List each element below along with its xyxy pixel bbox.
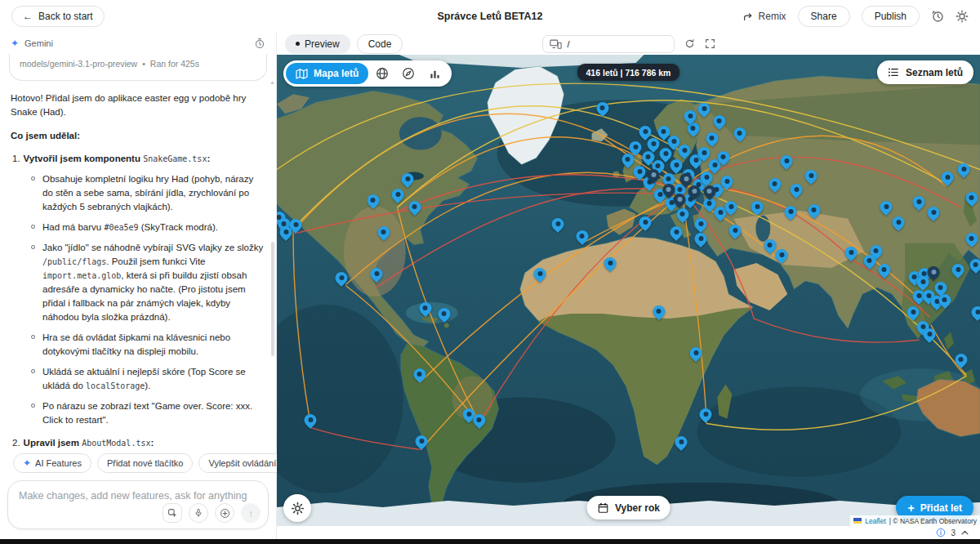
airport-pin[interactable]: [733, 127, 746, 140]
airport-pin[interactable]: [776, 249, 788, 261]
select-element-button[interactable]: [163, 503, 182, 523]
airport-pin[interactable]: [969, 259, 980, 271]
airport-pin[interactable]: [863, 255, 875, 267]
airport-pin[interactable]: [680, 173, 693, 185]
map-settings-button[interactable]: [283, 494, 311, 522]
settings-gear-icon[interactable]: [956, 10, 969, 23]
airport-pin[interactable]: [808, 204, 820, 216]
airport-pin[interactable]: [660, 148, 672, 160]
airport-pin[interactable]: [576, 230, 588, 243]
airport-pin[interactable]: [336, 272, 348, 284]
compass-button[interactable]: [396, 63, 421, 84]
airport-pin[interactable]: [413, 368, 425, 381]
airport-pin[interactable]: [729, 225, 742, 237]
airport-pin[interactable]: [371, 268, 383, 280]
airport-pin[interactable]: [952, 264, 964, 276]
airport-pin[interactable]: [408, 201, 421, 213]
airport-pin[interactable]: [367, 194, 379, 207]
airport-pin[interactable]: [280, 226, 292, 239]
airport-pin[interactable]: [721, 176, 733, 188]
airport-pin[interactable]: [675, 436, 688, 448]
airport-pin[interactable]: [662, 184, 675, 196]
airport-pin[interactable]: [706, 132, 718, 145]
airport-pin[interactable]: [621, 154, 634, 166]
airport-pin[interactable]: [377, 226, 390, 239]
globe-view-button[interactable]: [370, 63, 394, 84]
suggestion-chip-1[interactable]: Přidat nové tlačítko: [97, 453, 194, 473]
airport-pin[interactable]: [392, 189, 404, 201]
airport-pin[interactable]: [781, 155, 793, 167]
airport-pin[interactable]: [942, 172, 954, 184]
leaflet-link[interactable]: Leaflet: [865, 517, 886, 525]
console-count[interactable]: 3: [951, 528, 956, 537]
airport-pin[interactable]: [670, 226, 683, 239]
airport-pin[interactable]: [845, 247, 858, 259]
map-mode-button[interactable]: Mapa letů: [286, 63, 368, 84]
airport-pin[interactable]: [552, 218, 564, 230]
send-button[interactable]: ↑: [241, 503, 261, 523]
run-timer-icon[interactable]: [254, 38, 265, 49]
share-button[interactable]: Share: [798, 6, 850, 27]
history-icon[interactable]: [931, 10, 944, 23]
airport-pin[interactable]: [639, 216, 652, 229]
stats-chart-button[interactable]: [422, 63, 447, 84]
airport-pin[interactable]: [604, 257, 617, 270]
airport-pin[interactable]: [690, 347, 702, 359]
airport-pin[interactable]: [880, 201, 893, 213]
airport-pin[interactable]: [764, 239, 776, 252]
airport-pin[interactable]: [928, 266, 940, 279]
airport-pin[interactable]: [785, 206, 797, 218]
airport-pin[interactable]: [965, 233, 978, 245]
airport-pin[interactable]: [805, 170, 817, 182]
airport-pin[interactable]: [419, 302, 431, 314]
airport-pin[interactable]: [305, 414, 317, 426]
airport-pin[interactable]: [634, 166, 646, 178]
airport-pin[interactable]: [725, 201, 737, 213]
airport-pin[interactable]: [893, 216, 905, 229]
airport-pin[interactable]: [695, 218, 707, 230]
chat-input[interactable]: Make changes, add new features, ask for …: [7, 480, 269, 529]
tab-code[interactable]: Code: [357, 34, 403, 54]
remix-button[interactable]: Remix: [742, 11, 786, 22]
airport-pin[interactable]: [679, 145, 691, 157]
airport-pin[interactable]: [751, 201, 764, 213]
airport-pin[interactable]: [534, 268, 546, 280]
airport-pin[interactable]: [473, 414, 485, 426]
airport-pin[interactable]: [913, 196, 925, 208]
publish-button[interactable]: Publish: [862, 6, 920, 27]
airport-pin[interactable]: [955, 354, 967, 366]
info-icon[interactable]: [936, 528, 946, 537]
airport-pin[interactable]: [648, 169, 660, 181]
suggestion-chip-0[interactable]: ✦AI Features: [13, 453, 91, 473]
airport-pin[interactable]: [768, 178, 781, 190]
back-to-start-button[interactable]: ← Back to start: [11, 6, 105, 27]
flight-list-button[interactable]: Seznam letů: [877, 60, 973, 84]
airport-pin[interactable]: [938, 294, 951, 306]
url-bar[interactable]: /: [542, 35, 675, 53]
airport-pin[interactable]: [907, 306, 920, 319]
chat-transcript[interactable]: models/gemini-3.1-pro-preview • Ran for …: [0, 54, 276, 450]
airport-pin[interactable]: [639, 126, 652, 138]
airport-pin[interactable]: [698, 147, 710, 159]
airport-pin[interactable]: [791, 184, 803, 196]
airport-pin[interactable]: [924, 328, 936, 341]
airport-pin[interactable]: [878, 264, 890, 276]
add-attachment-button[interactable]: [215, 503, 234, 523]
airport-pin[interactable]: [934, 282, 947, 294]
scroll-up-arrow[interactable]: ▲: [270, 78, 275, 87]
airport-pin[interactable]: [674, 194, 686, 206]
select-year-button[interactable]: Vyber rok: [586, 496, 670, 519]
tab-preview[interactable]: Preview: [285, 34, 350, 54]
airport-pin[interactable]: [438, 308, 450, 320]
airport-pin[interactable]: [688, 185, 701, 198]
fullscreen-icon[interactable]: [705, 38, 715, 49]
airport-pin[interactable]: [703, 185, 715, 198]
airport-pin[interactable]: [676, 208, 688, 221]
chevron-up-icon[interactable]: [960, 528, 969, 537]
model-run-card[interactable]: models/gemini-3.1-pro-preview • Ran for …: [9, 54, 267, 81]
airport-pin[interactable]: [402, 173, 414, 185]
airport-pin[interactable]: [958, 163, 970, 176]
airport-pin[interactable]: [653, 305, 665, 318]
airport-pin[interactable]: [717, 151, 729, 163]
airport-pin[interactable]: [648, 138, 660, 150]
